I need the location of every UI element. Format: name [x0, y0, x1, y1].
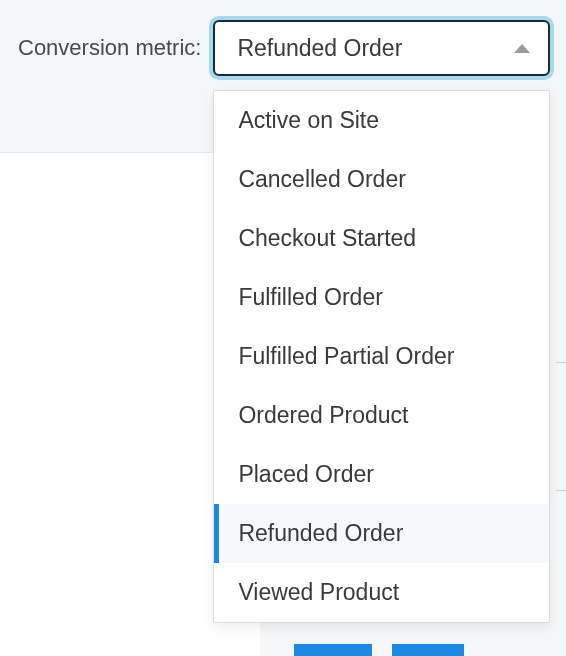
- bottom-accent: [294, 644, 372, 656]
- dropdown-option[interactable]: Viewed Product: [214, 563, 549, 622]
- dropdown-option[interactable]: Fulfilled Order: [214, 268, 549, 327]
- dropdown-option[interactable]: Checkout Started: [214, 209, 549, 268]
- chevron-up-icon: [514, 44, 530, 53]
- conversion-metric-label: Conversion metric:: [18, 35, 201, 61]
- dropdown-option[interactable]: Placed Order: [214, 445, 549, 504]
- conversion-metric-row: Conversion metric: Refunded Order Active…: [0, 0, 566, 76]
- divider-line: [556, 490, 566, 491]
- dropdown-option[interactable]: Ordered Product: [214, 386, 549, 445]
- bottom-accent: [392, 644, 464, 656]
- dropdown-option[interactable]: Fulfilled Partial Order: [214, 327, 549, 386]
- dropdown-option[interactable]: Refunded Order: [214, 504, 549, 563]
- dropdown-option[interactable]: Cancelled Order: [214, 150, 549, 209]
- dropdown-option[interactable]: Active on Site: [214, 91, 549, 150]
- conversion-metric-dropdown: Active on SiteCancelled OrderCheckout St…: [213, 90, 550, 623]
- conversion-metric-select[interactable]: Refunded Order: [213, 20, 550, 76]
- select-value: Refunded Order: [237, 35, 402, 62]
- conversion-metric-select-wrapper: Refunded Order Active on SiteCancelled O…: [213, 20, 550, 76]
- divider-line: [556, 362, 566, 363]
